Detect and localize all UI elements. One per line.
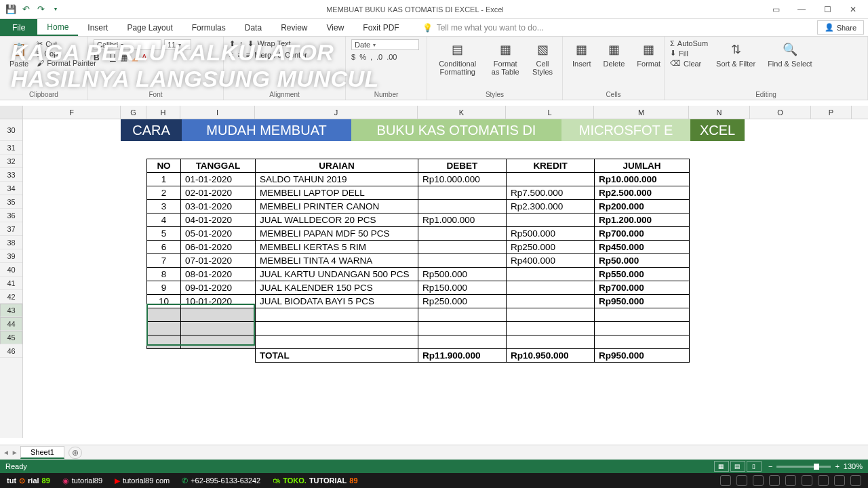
view-normal-icon[interactable]: ▦ xyxy=(714,461,729,472)
tab-review[interactable]: Review xyxy=(271,19,317,36)
row-header-35[interactable]: 35 xyxy=(0,195,22,209)
zoom-level[interactable]: 130% xyxy=(844,462,863,470)
table-row[interactable]: 505-01-2020MEMBELI PAPAN MDF 50 PCSRp500… xyxy=(147,227,690,241)
inc-decimal-icon[interactable]: .0 xyxy=(376,53,382,61)
col-header-H[interactable]: H xyxy=(146,106,180,119)
new-sheet-button[interactable]: ⊕ xyxy=(68,447,82,459)
table-row[interactable]: 606-01-2020MEMBELI KERTAS 5 RIMRp250.000… xyxy=(147,241,690,254)
col-header-N[interactable]: N xyxy=(689,106,750,119)
insert-cells-button[interactable]: ▦Insert xyxy=(568,39,595,70)
paste-button[interactable]: 📋Paste xyxy=(5,39,33,70)
sheet-nav[interactable]: ◄ ► xyxy=(3,449,18,456)
table-row[interactable]: 303-01-2020MEMBELI PRINTER CANONRp2.300.… xyxy=(147,200,690,214)
conditional-formatting-button[interactable]: ▤Conditional Formatting xyxy=(433,39,482,79)
clear-button[interactable]: ⌫Clear xyxy=(670,59,708,68)
comma-icon[interactable]: , xyxy=(370,53,372,61)
row-header-32[interactable]: 32 xyxy=(0,155,22,168)
align-right-icon[interactable]: ≡ xyxy=(246,51,250,59)
table-row-empty[interactable] xyxy=(147,336,690,349)
align-top-icon[interactable]: ⬆ xyxy=(229,39,235,48)
number-format-select[interactable]: Date▾ xyxy=(351,39,419,50)
col-header-J[interactable]: J xyxy=(255,106,418,119)
italic-button[interactable]: I xyxy=(104,53,106,62)
copy-button[interactable]: ⎘Copy xyxy=(37,49,96,58)
col-header-G[interactable]: G xyxy=(121,106,146,119)
col-header-M[interactable]: M xyxy=(594,106,689,119)
row-header-39[interactable]: 39 xyxy=(0,249,22,263)
wrap-text-button[interactable]: Wrap Text xyxy=(258,39,291,48)
bold-button[interactable]: B xyxy=(94,53,100,62)
save-icon[interactable]: 💾 xyxy=(5,4,16,15)
col-header-I[interactable]: I xyxy=(180,106,255,119)
ribbon-options-icon[interactable]: ▭ xyxy=(764,1,788,18)
percent-icon[interactable]: % xyxy=(359,53,366,61)
select-all-corner[interactable] xyxy=(0,106,23,119)
row-header-45[interactable]: 45 xyxy=(0,331,22,344)
row-header-37[interactable]: 37 xyxy=(0,222,22,236)
align-left-icon[interactable]: ≡ xyxy=(229,51,233,59)
share-button[interactable]: 👤Share xyxy=(817,20,864,35)
table-row[interactable]: 202-01-2020MEMBELI LAPTOP DELLRp7.500.00… xyxy=(147,186,690,200)
col-header-L[interactable]: L xyxy=(506,106,594,119)
tab-file[interactable]: File xyxy=(0,19,37,36)
tab-insert[interactable]: Insert xyxy=(78,19,117,36)
spreadsheet-grid[interactable]: 3031323334353637383940414243444546 CARAM… xyxy=(0,119,868,438)
sheet-tab-sheet1[interactable]: Sheet1 xyxy=(20,446,64,459)
zoom-out-icon[interactable]: − xyxy=(768,462,772,470)
table-row[interactable]: 101-01-2020SALDO TAHUN 2019Rp10.000.000R… xyxy=(147,173,690,186)
underline-button[interactable]: U xyxy=(110,53,116,62)
close-icon[interactable]: ✕ xyxy=(841,1,865,18)
tab-data[interactable]: Data xyxy=(235,19,271,36)
sort-filter-button[interactable]: ⇅Sort & Filter xyxy=(712,39,760,70)
tell-me-search[interactable]: 💡Tell me what you want to do... xyxy=(409,19,813,36)
format-as-table-button[interactable]: ▦Format as Table xyxy=(486,39,524,79)
dec-decimal-icon[interactable]: .00 xyxy=(387,53,397,61)
align-bottom-icon[interactable]: ⬇ xyxy=(248,39,254,48)
tab-view[interactable]: View xyxy=(317,19,354,36)
row-header-41[interactable]: 41 xyxy=(0,277,22,290)
font-face-select[interactable]: Calibri▾ xyxy=(94,39,161,50)
fill-color-button[interactable]: ◢ xyxy=(132,53,138,62)
zoom-control[interactable]: − + 130% xyxy=(768,462,863,470)
cash-book-table[interactable]: NOTANGGALURAIANDEBETKREDITJUMLAH101-01-2… xyxy=(146,159,690,363)
font-color-button[interactable]: A xyxy=(142,53,147,62)
row-header-36[interactable]: 36 xyxy=(0,209,22,222)
row-header-46[interactable]: 46 xyxy=(0,344,22,358)
undo-icon[interactable]: ↶ xyxy=(20,4,31,15)
view-page-break-icon[interactable]: ▯ xyxy=(747,461,762,472)
row-header-42[interactable]: 42 xyxy=(0,290,22,304)
fill-button[interactable]: ⬇Fill xyxy=(670,49,708,58)
border-button[interactable]: ▦ xyxy=(120,53,127,62)
table-row[interactable]: 707-01-2020MEMBELI TINTA 4 WARNARp400.00… xyxy=(147,254,690,268)
row-header-40[interactable]: 40 xyxy=(0,263,22,277)
table-row-empty[interactable] xyxy=(147,308,690,322)
cut-button[interactable]: ✂Cut xyxy=(37,39,96,48)
maximize-icon[interactable]: ☐ xyxy=(815,1,840,18)
row-header-34[interactable]: 34 xyxy=(0,182,22,195)
tab-page-layout[interactable]: Page Layout xyxy=(117,19,182,36)
cell-styles-button[interactable]: ▧Cell Styles xyxy=(528,39,557,79)
col-header-F[interactable]: F xyxy=(23,106,121,119)
row-header-43[interactable]: 43 xyxy=(0,304,22,317)
table-row[interactable]: 808-01-2020JUAL KARTU UNDANGAN 500 PCSRp… xyxy=(147,268,690,281)
minimize-icon[interactable]: — xyxy=(789,1,814,18)
row-header-31[interactable]: 31 xyxy=(0,141,22,155)
table-row-empty[interactable] xyxy=(147,322,690,336)
align-center-icon[interactable]: ≡ xyxy=(237,51,241,59)
autosum-button[interactable]: ΣAutoSum xyxy=(670,39,708,47)
table-row[interactable]: 1010-01-2020JUAL BIODATA BAYI 5 PCSRp250… xyxy=(147,295,690,308)
delete-cells-button[interactable]: ▦Delete xyxy=(599,39,629,70)
font-size-select[interactable]: 11▾ xyxy=(164,39,191,50)
merge-button[interactable]: Merge & Center xyxy=(254,51,307,59)
align-middle-icon[interactable]: ↕ xyxy=(239,39,243,48)
zoom-in-icon[interactable]: + xyxy=(835,462,839,470)
redo-icon[interactable]: ↷ xyxy=(35,4,46,15)
row-header-38[interactable]: 38 xyxy=(0,236,22,249)
table-row[interactable]: 404-01-2020JUAL WALLDECOR 20 PCSRp1.000.… xyxy=(147,214,690,227)
col-header-O[interactable]: O xyxy=(750,106,811,119)
table-row[interactable]: 909-01-2020JUAL KALENDER 150 PCSRp150.00… xyxy=(147,281,690,295)
tab-foxit-pdf[interactable]: Foxit PDF xyxy=(353,19,408,36)
find-select-button[interactable]: 🔍Find & Select xyxy=(764,39,816,70)
qat-customize-icon[interactable]: ▾ xyxy=(50,4,61,15)
row-header-30[interactable]: 30 xyxy=(0,119,22,141)
